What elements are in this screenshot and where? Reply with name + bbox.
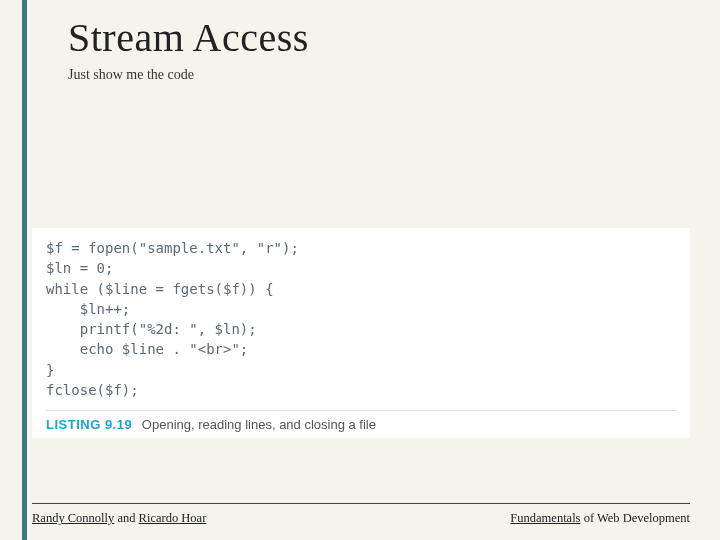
footer-left: Randy Connolly and Ricardo Hoar bbox=[32, 511, 206, 526]
code-line: $ln = 0; bbox=[46, 260, 113, 276]
footer-text: and bbox=[114, 511, 138, 525]
code-panel: $f = fopen("sample.txt", "r"); $ln = 0; … bbox=[32, 228, 690, 438]
code-block: $f = fopen("sample.txt", "r"); $ln = 0; … bbox=[46, 238, 676, 400]
book-title-word: Fundamentals bbox=[510, 511, 580, 525]
footer-text: of Web Development bbox=[581, 511, 691, 525]
footer-divider bbox=[32, 503, 690, 504]
code-line: } bbox=[46, 362, 54, 378]
header: Stream Access Just show me the code bbox=[68, 14, 690, 83]
listing-caption: LISTING 9.19 Opening, reading lines, and… bbox=[46, 410, 676, 432]
code-line: while ($line = fgets($f)) { bbox=[46, 281, 274, 297]
slide: Stream Access Just show me the code $f =… bbox=[0, 0, 720, 540]
code-line: $ln++; bbox=[46, 301, 130, 317]
slide-subtitle: Just show me the code bbox=[68, 67, 690, 83]
code-line: echo $line . "<br>"; bbox=[46, 341, 248, 357]
accent-bar bbox=[22, 0, 27, 540]
footer-right: Fundamentals of Web Development bbox=[510, 511, 690, 526]
listing-caption-text: Opening, reading lines, and closing a fi… bbox=[142, 417, 376, 432]
listing-label: LISTING 9.19 bbox=[46, 417, 132, 432]
slide-title: Stream Access bbox=[68, 14, 690, 61]
code-line: fclose($f); bbox=[46, 382, 139, 398]
author-1: Randy Connolly bbox=[32, 511, 114, 525]
author-2: Ricardo Hoar bbox=[139, 511, 207, 525]
code-line: $f = fopen("sample.txt", "r"); bbox=[46, 240, 299, 256]
footer: Randy Connolly and Ricardo Hoar Fundamen… bbox=[32, 511, 690, 526]
code-line: printf("%2d: ", $ln); bbox=[46, 321, 257, 337]
